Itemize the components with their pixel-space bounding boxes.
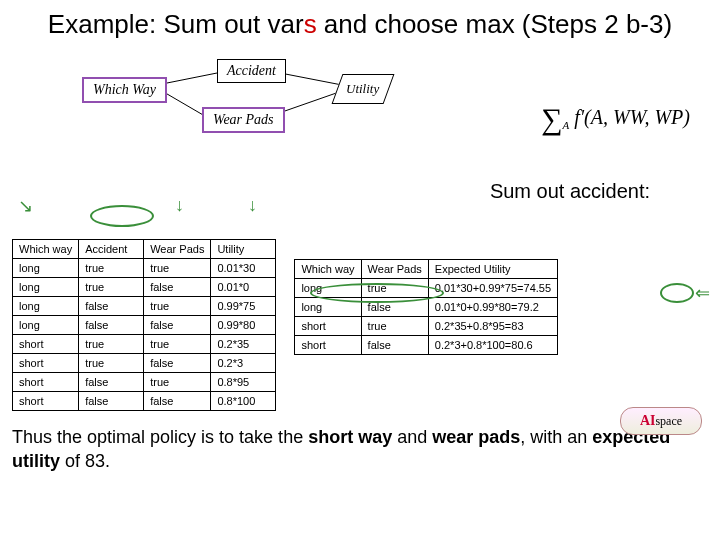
node-which-way: Which Way xyxy=(82,77,167,103)
conclusion: Thus the optimal policy is to take the s… xyxy=(12,425,708,474)
table-row: longtruetrue0.01*30 xyxy=(13,258,276,277)
t1-h0: Which way xyxy=(13,239,79,258)
sumout-label: Sum out accident: xyxy=(490,180,650,203)
t2-h0: Which way xyxy=(295,259,361,278)
table-row: longfalsefalse0.99*80 xyxy=(13,315,276,334)
aispace-logo: AIspace xyxy=(620,407,702,435)
table-row: shortfalsefalse0.8*100 xyxy=(13,391,276,410)
table-row: shorttruefalse0.2*3 xyxy=(13,353,276,372)
annotation-arrow: ↓ xyxy=(248,195,257,216)
node-accident: Accident xyxy=(217,59,286,83)
table-row: longfalse0.01*0+0.99*80=79.2 xyxy=(295,297,558,316)
annotation-arrow: ↓ xyxy=(175,195,184,216)
t2-h1: Wear Pads xyxy=(361,259,428,278)
formula: ∑A f'(A, WW, WP) xyxy=(541,102,690,136)
utility-table: Which way Accident Wear Pads Utility lon… xyxy=(12,239,276,411)
t2-h2: Expected Utility xyxy=(428,259,557,278)
t1-h1: Accident xyxy=(79,239,144,258)
table-row: longtrue0.01*30+0.99*75=74.55 xyxy=(295,278,558,297)
node-utility: Utility xyxy=(332,74,395,104)
page-title: Example: Sum out vars and choose max (St… xyxy=(12,8,708,41)
expected-utility-table: Which way Wear Pads Expected Utility lon… xyxy=(294,259,558,355)
node-wear-pads: Wear Pads xyxy=(202,107,285,133)
table-row: longtruefalse0.01*0 xyxy=(13,277,276,296)
table-row: shorttruetrue0.2*35 xyxy=(13,334,276,353)
annotation-circle xyxy=(90,205,154,227)
t1-h2: Wear Pads xyxy=(144,239,211,258)
table-row: shorttrue0.2*35+0.8*95=83 xyxy=(295,316,558,335)
title-prefix: Example: Sum out var xyxy=(48,9,304,39)
t1-h3: Utility xyxy=(211,239,276,258)
annotation-arrow: ↘ xyxy=(18,195,33,217)
table-row: shortfalsetrue0.8*95 xyxy=(13,372,276,391)
tables-row: Which way Accident Wear Pads Utility lon… xyxy=(12,239,708,411)
table-row: shortfalse0.2*3+0.8*100=80.6 xyxy=(295,335,558,354)
title-red: s xyxy=(304,9,317,39)
table-row: longfalsetrue0.99*75 xyxy=(13,296,276,315)
title-suffix: and choose max (Steps 2 b-3) xyxy=(317,9,673,39)
